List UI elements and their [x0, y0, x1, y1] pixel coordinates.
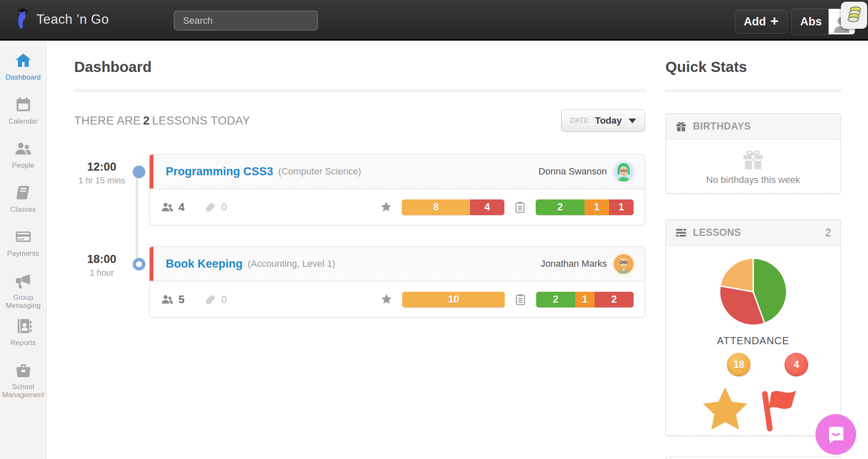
birthdays-card-title: BIRTHDAYS: [693, 121, 751, 132]
absences-button-label: Abs: [800, 15, 822, 28]
red-flags-stat: 4 RED FLAGS: [754, 370, 808, 436]
paperclip-icon: [203, 293, 217, 306]
students-count: 4: [161, 201, 184, 214]
lesson-bars: 84 211: [380, 199, 634, 215]
sidebar-item-label: Calendar: [8, 117, 38, 125]
sidebar-item-label: Reports: [11, 339, 36, 347]
bar-segment-green: 2: [536, 199, 584, 215]
attachments-value: 0: [221, 293, 227, 306]
no-birthdays-message: No birthdays this week: [706, 174, 800, 185]
pie-slice-orange: [720, 258, 753, 292]
gold-stars-bar: 10: [402, 292, 505, 307]
lesson-card[interactable]: Programming CSS3 (Computer Science) Donn…: [149, 154, 645, 225]
teacher-name: Donna Swanson: [539, 166, 607, 177]
sidebar-item-school-management[interactable]: School Management: [0, 357, 46, 402]
birthdays-card-body: No birthdays this week: [666, 140, 840, 193]
star-icon: [380, 201, 392, 213]
lesson-color-stripe: [150, 155, 153, 188]
brand-logo[interactable]: Teach ’n Go: [14, 7, 109, 32]
bar-segment-orange: 1: [584, 199, 609, 215]
reports-icon: [14, 317, 33, 335]
students-icon: [161, 293, 174, 306]
sidebar: Dashboard Calendar People Classes Paymen…: [0, 42, 47, 459]
teacher-name: Jonathan Marks: [540, 258, 607, 269]
bar-segment-red: 1: [609, 199, 634, 215]
sidebar-item-calendar[interactable]: Calendar: [0, 91, 46, 135]
students-value: 4: [178, 201, 184, 214]
brand-text: Teach ’n Go: [36, 12, 109, 27]
sidebar-item-reports[interactable]: Reports: [0, 313, 46, 357]
red-flag-icon: [754, 370, 808, 436]
lesson-subject: (Accounting, Level 1): [248, 258, 336, 269]
gold-stars-badge: 18: [727, 353, 751, 376]
stars-flags-row: 18 GOLD STARS 4 RED FLAGS: [666, 370, 840, 436]
sidebar-item-dashboard[interactable]: Dashboard: [0, 47, 46, 91]
teacher-avatar[interactable]: [614, 162, 634, 182]
bar-segment-orange: 1: [575, 292, 595, 307]
birthdays-card-header: BIRTHDAYS: [666, 113, 840, 140]
gift-icon-large: [740, 147, 766, 172]
sidebar-item-people[interactable]: People: [0, 135, 46, 180]
teacher-avatar[interactable]: [614, 254, 634, 274]
attendance-pie-chart: [718, 257, 788, 327]
page-title: Dashboard: [74, 58, 645, 75]
home-icon: [14, 52, 33, 69]
paperclip-icon: [203, 201, 217, 213]
attendance-bar: 211: [536, 199, 634, 215]
lesson-card[interactable]: Book Keeping (Accounting, Level 1) Jonat…: [149, 246, 645, 318]
browser-extension-coins-icon[interactable]: [841, 2, 867, 29]
attachments-count: 0: [203, 201, 227, 214]
students-icon: [161, 201, 174, 213]
clipboard-icon: [514, 201, 526, 213]
lesson-bars: 10 212: [380, 292, 634, 307]
lesson-row: 12:00 1 hr 15 mins Programming CSS3 (Com…: [74, 154, 645, 225]
sidebar-item-classes[interactable]: Classes: [0, 180, 46, 224]
payments-icon: [14, 228, 33, 246]
lessons-card-header: LESSONS 2: [666, 220, 840, 246]
attendance-label: ATTENDANCE: [666, 335, 840, 347]
add-button-label: Add: [744, 15, 766, 28]
school-management-icon: [14, 361, 33, 379]
caret-down-icon: [629, 119, 636, 123]
lesson-time: 18:00: [74, 253, 129, 266]
bar-segment-amber: 10: [402, 292, 505, 307]
gift-icon: [675, 121, 687, 133]
sidebar-item-payments[interactable]: Payments: [0, 224, 46, 268]
calendar-icon: [14, 96, 33, 113]
lesson-time-block: 18:00 1 hour: [74, 246, 129, 318]
lesson-duration: 1 hour: [74, 268, 129, 278]
lesson-duration: 1 hr 15 mins: [74, 176, 129, 185]
date-filter-dropdown[interactable]: DATE: Today: [561, 110, 645, 132]
students-value: 5: [178, 293, 184, 306]
clipboard-icon: [514, 293, 527, 306]
sidebar-item-group-messaging[interactable]: Group Messaging: [0, 268, 46, 313]
bar-segment-green: 2: [536, 292, 575, 307]
sidebar-item-label: School Management: [2, 383, 45, 399]
lesson-subject: (Computer Science): [278, 166, 362, 177]
timeline-dot-col: [129, 154, 149, 225]
gold-stars-stat: 18 GOLD STARS: [698, 370, 752, 436]
sidebar-item-label: Dashboard: [6, 73, 41, 81]
chat-button[interactable]: [815, 414, 856, 455]
plus-icon: +: [770, 13, 779, 29]
lesson-row: 18:00 1 hour Book Keeping (Accounting, L…: [74, 246, 645, 318]
lesson-title-link[interactable]: Book Keeping: [166, 257, 243, 271]
timeline-dot: [133, 258, 145, 271]
timeline-dot-col: [129, 246, 149, 318]
divider: [74, 89, 645, 92]
lesson-time-block: 12:00 1 hr 15 mins: [74, 154, 129, 225]
lesson-card-body: 5 0 10 212: [150, 282, 645, 317]
summary-row: THERE ARE2LESSONS TODAY DATE: Today: [74, 110, 645, 132]
quick-stats-panel: Quick Stats BIRTHDAYS No birthdays this …: [665, 42, 841, 459]
divider: [665, 89, 841, 92]
lessons-card-title: LESSONS: [693, 227, 741, 238]
sidebar-item-label: Payments: [7, 249, 39, 257]
students-count: 5: [161, 293, 184, 306]
lesson-teacher: Jonathan Marks: [540, 254, 634, 274]
summary-suffix: LESSONS TODAY: [152, 114, 250, 127]
bar-segment-red: 2: [595, 292, 634, 307]
add-button[interactable]: Add +: [735, 10, 787, 33]
sidebar-item-label: People: [12, 161, 34, 169]
search-input[interactable]: [174, 11, 318, 30]
lesson-title-link[interactable]: Programming CSS3: [166, 165, 273, 178]
